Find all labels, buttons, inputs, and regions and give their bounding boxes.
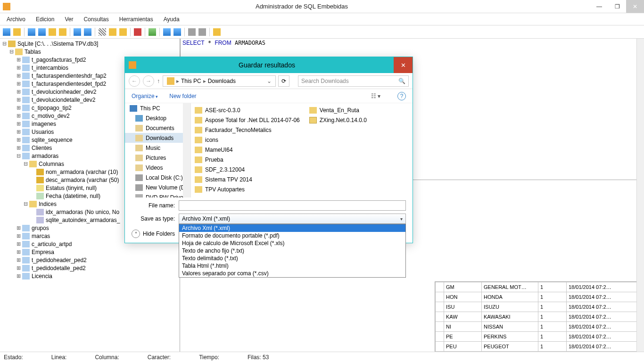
grid-cell[interactable]: PEUGEOT [482, 342, 538, 352]
grid-cell[interactable]: 18/01/2014 07:2… [567, 312, 642, 322]
row-header[interactable] [436, 342, 444, 352]
grid-cell[interactable]: HONDA [482, 292, 538, 302]
grid-cell[interactable]: 1 [538, 342, 567, 352]
filetype-option[interactable]: Tabla Html (*.html) [179, 262, 405, 270]
menu-archivo[interactable]: Archivo [2, 15, 30, 24]
tb-refresh[interactable] [162, 27, 172, 37]
hide-folders-button[interactable]: Hide Folders [143, 230, 175, 237]
tree-expand-icon[interactable]: ⊞ [16, 121, 21, 127]
nav-up-icon[interactable]: ↑ [157, 78, 160, 84]
file-item[interactable]: ASE-src-0.3.0 [195, 105, 300, 115]
grid-cell[interactable]: 18/01/2014 07:2… [567, 292, 642, 302]
grid-cell[interactable]: ISU [444, 302, 482, 312]
nav-item[interactable]: This PC [125, 103, 190, 113]
bc-downloads[interactable]: Downloads [208, 78, 236, 84]
result-grid[interactable]: GMGENERAL MOT…118/01/2014 07:2…HONHONDA1… [435, 281, 642, 352]
grid-cell[interactable]: 18/01/2014 07:2… [567, 322, 642, 332]
grid-cell[interactable]: NI [444, 322, 482, 332]
tree-expand-icon[interactable]: ⊞ [16, 129, 21, 135]
file-item[interactable]: Prueba [195, 155, 300, 165]
grid-cell[interactable]: PE [444, 332, 482, 342]
tree-item[interactable]: ⊞Licencia [0, 272, 180, 280]
filetype-option[interactable]: Formato de documento portable (*.pdf) [179, 232, 405, 239]
tb-list2[interactable] [198, 27, 207, 37]
grid-cell[interactable]: 18/01/2014 07:2… [567, 342, 642, 352]
tb-save2[interactable] [37, 27, 47, 37]
row-header[interactable] [436, 292, 444, 302]
menu-ayuda[interactable]: Ayuda [159, 15, 184, 24]
tree-expand-icon[interactable]: ⊞ [16, 137, 21, 143]
grid-cell[interactable]: ISUZU [482, 302, 538, 312]
menu-edicion[interactable]: Edicion [31, 15, 59, 24]
tree-expand-icon[interactable]: ⊞ [16, 81, 21, 87]
filetype-option[interactable]: Hoja de calculo de Microsoft Excel (*.xl… [179, 239, 405, 247]
tb-cut[interactable] [98, 27, 107, 37]
tb-list1[interactable] [187, 27, 197, 37]
tree-item[interactable]: ⊟Tablas [0, 48, 180, 56]
tb-grid[interactable] [173, 27, 182, 37]
search-input[interactable]: Search Downloads 🔍 [298, 75, 409, 87]
tree-item[interactable]: ⊞Empresa [0, 248, 180, 256]
grid-cell[interactable]: 18/01/2014 07:2… [567, 332, 642, 342]
grid-cell[interactable]: 1 [538, 322, 567, 332]
tb-open[interactable] [12, 27, 22, 37]
tree-expand-icon[interactable]: ⊟ [16, 153, 21, 159]
file-item[interactable]: TPV Autopartes [195, 184, 300, 194]
file-item[interactable]: Sistema TPV 2014 [195, 174, 300, 184]
tb-undo[interactable] [73, 27, 82, 37]
grid-cell[interactable]: PEU [444, 342, 482, 352]
tree-expand-icon[interactable]: ⊟ [9, 49, 14, 55]
menu-consultas[interactable]: Consultas [79, 15, 113, 24]
grid-cell[interactable]: 18/01/2014 07:2… [567, 302, 642, 312]
nav-fwd-button[interactable]: → [143, 75, 154, 87]
row-header[interactable] [436, 302, 444, 312]
editor-scrollbar[interactable] [636, 39, 644, 352]
tb-folder[interactable] [58, 27, 67, 37]
menu-herramientas[interactable]: Herramientas [115, 15, 158, 24]
filetype-option[interactable]: Texto de ancho fijo (*.txt) [179, 247, 405, 255]
close-button[interactable]: ✕ [626, 0, 644, 13]
tb-new[interactable] [2, 27, 11, 37]
grid-cell[interactable]: 1 [538, 332, 567, 342]
tree-expand-icon[interactable]: ⊞ [16, 57, 21, 63]
tree-expand-icon[interactable]: ⊞ [16, 249, 21, 255]
grid-cell[interactable]: 1 [538, 302, 567, 312]
tb-copy[interactable] [108, 27, 117, 37]
grid-cell[interactable]: HON [444, 292, 482, 302]
dialog-close-button[interactable]: ✕ [394, 57, 413, 73]
nav-back-button[interactable]: ← [129, 75, 140, 87]
grid-cell[interactable]: 18/01/2014 07:2… [567, 282, 642, 292]
filetype-option[interactable]: Archivo Xml (*.xml) [179, 224, 405, 232]
grid-cell[interactable]: 1 [538, 282, 567, 292]
nav-item[interactable]: Videos [125, 163, 190, 173]
tree-item[interactable]: ⊟SqLite [C:\. . .\Sistema TPV.db3] [0, 40, 180, 48]
grid-cell[interactable]: NISSAN [482, 322, 538, 332]
tree-expand-icon[interactable]: ⊟ [23, 161, 28, 167]
nav-item[interactable]: Desktop [125, 113, 190, 123]
tree-item[interactable]: ⊞t_pedidoheader_ped2 [0, 256, 180, 264]
maximize-button[interactable]: ❐ [608, 0, 626, 13]
file-item[interactable]: ZXing.Net.0.14.0.0 [309, 115, 367, 125]
row-header[interactable] [436, 322, 444, 332]
nav-item[interactable]: Documents [125, 123, 190, 133]
saveastype-dropdown[interactable]: Archivo Xml (*.xml)Formato de documento … [179, 224, 406, 278]
nav-item[interactable]: Music [125, 143, 190, 153]
tree-expand-icon[interactable]: ⊞ [16, 273, 21, 279]
tb-script[interactable] [48, 27, 57, 37]
file-item[interactable]: icons [195, 135, 300, 145]
file-item[interactable]: Facturador_TecnoMetalics [195, 125, 300, 135]
tree-expand-icon[interactable]: ⊞ [16, 65, 21, 71]
tb-redo[interactable] [83, 27, 92, 37]
tree-expand-icon[interactable]: ⊞ [16, 73, 21, 79]
tree-expand-icon[interactable]: ⊞ [16, 233, 21, 239]
organize-button[interactable]: Organize [132, 93, 158, 99]
tree-expand-icon[interactable]: ⊞ [16, 241, 21, 247]
hide-folders-icon[interactable]: ˄ [132, 230, 140, 238]
grid-cell[interactable]: KAW [444, 312, 482, 322]
tree-expand-icon[interactable]: ⊟ [23, 201, 28, 207]
grid-cell[interactable]: PERKINS [482, 332, 538, 342]
nav-item[interactable]: Local Disk (C:) [125, 173, 190, 182]
nav-item[interactable]: Downloads [125, 133, 190, 143]
tree-expand-icon[interactable]: ⊞ [16, 257, 21, 263]
minimize-button[interactable]: — [590, 0, 608, 13]
